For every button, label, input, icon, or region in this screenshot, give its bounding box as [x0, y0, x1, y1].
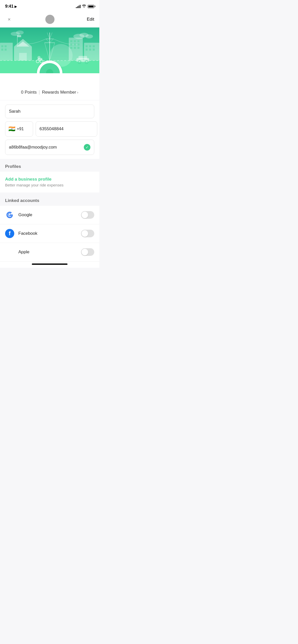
rewards-member-button[interactable]: Rewards Member › — [42, 90, 78, 95]
profiles-label: Profiles — [0, 159, 99, 172]
add-business-button[interactable]: Add a business profile — [5, 177, 94, 182]
chevron-right-icon: › — [77, 90, 78, 94]
phone-input[interactable] — [36, 121, 97, 137]
email-row: a86b8faa@moodjoy.com ✓ — [5, 140, 94, 155]
apple-account-item: Apple — [0, 243, 99, 261]
status-time: 9:41 — [5, 4, 13, 9]
svg-point-50 — [37, 56, 40, 59]
svg-rect-37 — [93, 45, 95, 47]
profiles-content: Add a business profile Better manage you… — [0, 172, 99, 193]
hero-banner: 👑 — [0, 27, 99, 73]
svg-rect-26 — [74, 40, 76, 42]
linked-accounts-section: Linked accounts G Google f Facebook Appl… — [0, 193, 99, 261]
avatar-wrapper: 👑 — [37, 61, 62, 73]
svg-point-45 — [16, 31, 24, 35]
avatar-circle: 👑 — [37, 61, 62, 73]
svg-rect-30 — [77, 43, 79, 46]
top-nav: × Edit — [0, 11, 99, 27]
separator: | — [39, 90, 40, 95]
battery-icon — [88, 5, 94, 8]
apple-toggle[interactable] — [81, 248, 94, 256]
close-button[interactable]: × — [5, 15, 13, 23]
wifi-icon — [82, 5, 86, 8]
phone-code: +91 — [17, 127, 24, 131]
svg-rect-7 — [5, 49, 7, 51]
svg-rect-25 — [70, 40, 72, 42]
business-subtitle: Better manage your ride expenses — [5, 183, 63, 187]
nav-dot — [45, 15, 55, 24]
verified-icon: ✓ — [84, 144, 90, 151]
home-indicator — [0, 261, 99, 268]
country-flag: 🇮🇳 — [8, 126, 15, 132]
google-account-item: G Google — [0, 206, 99, 224]
svg-rect-52 — [78, 56, 87, 59]
profiles-section-wrapper: Profiles Add a business profile Better m… — [0, 159, 99, 193]
apple-logo — [5, 247, 14, 257]
facebook-account-name: Facebook — [18, 231, 81, 236]
svg-rect-31 — [70, 47, 72, 49]
svg-rect-36 — [89, 45, 91, 47]
facebook-icon: f — [5, 229, 14, 238]
status-icons — [76, 5, 94, 8]
status-bar: 9:41 ▶ — [0, 0, 99, 11]
facebook-account-item: f Facebook — [0, 224, 99, 243]
profile-section: 0 Points | Rewards Member › — [0, 73, 99, 100]
svg-rect-6 — [1, 49, 3, 51]
svg-rect-40 — [93, 49, 95, 51]
svg-rect-5 — [5, 45, 7, 47]
home-bar — [32, 264, 67, 265]
svg-rect-32 — [74, 47, 76, 49]
google-toggle[interactable] — [81, 211, 94, 219]
avatar-inner — [39, 63, 60, 73]
apple-account-name: Apple — [18, 250, 81, 255]
svg-rect-35 — [86, 45, 88, 47]
name-input[interactable] — [5, 105, 94, 118]
linked-accounts-label: Linked accounts — [0, 193, 99, 206]
google-account-name: Google — [18, 212, 81, 217]
svg-rect-11 — [19, 53, 27, 61]
svg-rect-38 — [86, 49, 88, 51]
location-icon: ▶ — [15, 5, 17, 8]
fields-section: 🇮🇳 +91 a86b8faa@moodjoy.com ✓ — [0, 100, 99, 159]
svg-rect-28 — [70, 43, 72, 46]
svg-rect-29 — [74, 43, 76, 46]
phone-row: 🇮🇳 +91 — [5, 121, 94, 137]
svg-rect-27 — [77, 40, 79, 42]
email-text: a86b8faa@moodjoy.com — [9, 145, 84, 150]
svg-point-43 — [85, 34, 93, 38]
country-selector[interactable]: 🇮🇳 +91 — [5, 121, 33, 137]
svg-rect-39 — [89, 49, 91, 51]
google-logo: G — [5, 210, 14, 219]
points-text: 0 Points — [21, 90, 37, 95]
facebook-toggle[interactable] — [81, 230, 94, 237]
facebook-logo: f — [5, 229, 14, 238]
svg-rect-4 — [1, 45, 3, 47]
svg-text:G: G — [8, 212, 11, 217]
edit-button[interactable]: Edit — [87, 17, 94, 22]
svg-rect-33 — [77, 47, 79, 49]
avatar-person — [43, 67, 57, 73]
signal-bars — [76, 5, 80, 8]
rewards-row: 0 Points | Rewards Member › — [21, 90, 78, 95]
